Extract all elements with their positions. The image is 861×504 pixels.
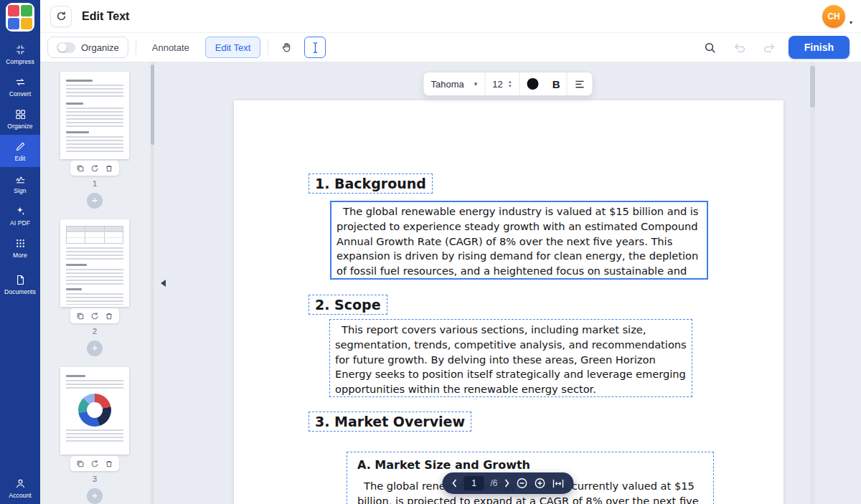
more-grid-icon xyxy=(14,237,27,249)
doc-heading-background[interactable]: 1. Background xyxy=(309,173,433,194)
edit-icon xyxy=(14,141,27,153)
collapse-panel-arrow[interactable] xyxy=(161,280,166,287)
page-thumbnail[interactable] xyxy=(60,367,129,455)
add-page-button[interactable]: + xyxy=(87,341,103,356)
pdf-editor-app: Compress Convert Organize Edit Sign AI P… xyxy=(0,0,861,504)
organize-toggle-button[interactable]: Organize xyxy=(47,37,128,58)
duplicate-page-icon[interactable] xyxy=(76,312,85,320)
ai-sparkle-icon xyxy=(14,205,27,217)
logo-cell xyxy=(8,18,19,29)
thumbnail-panel: 1 + xyxy=(40,62,155,504)
avatar[interactable]: CH xyxy=(822,5,845,28)
workspace: 1 + xyxy=(40,62,861,504)
sidebar-nav: Compress Convert Organize Edit Sign AI P… xyxy=(0,38,40,300)
align-button[interactable] xyxy=(568,72,593,95)
thumbnail-card-2: 2 + xyxy=(60,219,129,356)
finish-button[interactable]: Finish xyxy=(789,36,850,59)
thumb-preview-heading xyxy=(66,264,87,266)
thumbnail-actions xyxy=(70,161,119,176)
sign-icon xyxy=(14,173,27,185)
current-page-input[interactable]: 1 xyxy=(464,476,484,490)
hand-tool-button[interactable] xyxy=(276,37,297,58)
organize-label: Organize xyxy=(81,42,119,53)
account-icon xyxy=(14,477,27,490)
page-navigation: 1 /6 xyxy=(442,472,573,494)
align-text-icon xyxy=(575,80,585,89)
duplicate-page-icon[interactable] xyxy=(76,164,85,173)
redo-button[interactable] xyxy=(759,37,779,57)
logo-cell xyxy=(21,18,32,29)
sidebar-item-sign[interactable]: Sign xyxy=(0,167,40,199)
delete-page-icon[interactable] xyxy=(105,460,113,468)
thumb-preview-lines xyxy=(66,429,123,442)
thumb-preview-lines xyxy=(66,293,123,305)
rotate-page-icon[interactable] xyxy=(90,312,99,320)
delete-page-icon[interactable] xyxy=(105,312,113,320)
zoom-out-icon[interactable] xyxy=(517,477,528,489)
thumb-preview-chart xyxy=(78,394,111,427)
text-cursor-icon xyxy=(311,42,320,54)
page-thumbnail[interactable] xyxy=(60,219,129,307)
doc-heading-scope[interactable]: 2. Scope xyxy=(309,295,387,315)
color-swatch-icon xyxy=(527,78,539,90)
edit-text-tab[interactable]: Edit Text xyxy=(205,37,261,58)
sidebar-item-edit[interactable]: Edit xyxy=(0,135,40,167)
undo-button[interactable] xyxy=(730,37,750,57)
page-thumbnail[interactable] xyxy=(60,72,129,159)
fit-width-icon[interactable] xyxy=(552,479,565,488)
zoom-in-icon[interactable] xyxy=(535,477,546,489)
divider xyxy=(268,39,268,55)
account-menu[interactable]: CH ▾ xyxy=(822,5,845,28)
toggle-switch[interactable] xyxy=(57,42,75,53)
doc-heading-market-overview[interactable]: 3. Market Overview xyxy=(309,412,471,432)
restart-button[interactable] xyxy=(50,6,72,27)
convert-icon xyxy=(14,76,27,88)
thumb-preview-heading xyxy=(66,375,85,377)
bold-button[interactable]: B xyxy=(546,78,567,90)
rotate-page-icon[interactable] xyxy=(90,164,99,173)
logo-cell xyxy=(8,5,19,16)
canvas-scrollbar[interactable] xyxy=(810,66,815,108)
font-size-value: 12 xyxy=(492,79,502,90)
document-page[interactable]: 1. Background The global renewable energ… xyxy=(234,100,784,504)
add-page-button[interactable]: + xyxy=(87,193,103,209)
search-icon xyxy=(704,42,716,54)
sidebar-item-ai-pdf[interactable]: AI PDF xyxy=(0,199,40,232)
annotate-tab[interactable]: Annotate xyxy=(144,37,198,58)
font-size-control[interactable]: 12 ▲▼ xyxy=(485,72,519,95)
sidebar-item-label: Convert xyxy=(9,90,31,98)
thumb-preview-lines xyxy=(66,247,123,260)
duplicate-page-icon[interactable] xyxy=(76,460,85,468)
delete-page-icon[interactable] xyxy=(105,164,113,173)
next-page-icon[interactable] xyxy=(504,479,510,488)
rotate-page-icon[interactable] xyxy=(90,460,99,468)
thumbnail-scrollbar[interactable] xyxy=(151,65,154,145)
doc-paragraph-selected[interactable]: The global renewable energy industry is … xyxy=(330,201,708,280)
redo-icon xyxy=(763,42,776,53)
sidebar-item-organize[interactable]: Organize xyxy=(0,103,40,135)
font-size-stepper[interactable]: ▲▼ xyxy=(508,80,512,88)
sidebar-item-convert[interactable]: Convert xyxy=(0,70,40,103)
app-logo[interactable] xyxy=(6,3,34,32)
sidebar-item-compress[interactable]: Compress xyxy=(0,38,40,70)
doc-paragraph-scope[interactable]: This report covers various sections, inc… xyxy=(329,319,692,397)
sidebar-item-account[interactable]: Account xyxy=(0,477,40,499)
doc-subheading-market-size[interactable]: A. Market Size and Growth xyxy=(357,458,706,472)
divider xyxy=(136,39,136,55)
search-button[interactable] xyxy=(700,37,720,57)
donut-hole xyxy=(87,402,103,418)
text-color-button[interactable] xyxy=(520,72,546,95)
sidebar-item-documents[interactable]: Documents xyxy=(0,268,40,300)
sidebar-item-label: Edit xyxy=(14,155,25,162)
restart-icon xyxy=(56,11,67,22)
editor-toolbar: Organize Annotate Edit Text Finish xyxy=(40,33,861,62)
add-page-button[interactable]: + xyxy=(87,488,103,504)
previous-page-icon[interactable] xyxy=(451,479,457,488)
thumb-preview-lines xyxy=(66,85,123,99)
thumb-preview-lines xyxy=(66,108,123,128)
thumb-preview-lines xyxy=(66,136,123,153)
sidebar-item-more[interactable]: More xyxy=(0,232,40,264)
text-cursor-tool-button[interactable] xyxy=(304,37,326,58)
stepper-down-icon[interactable]: ▼ xyxy=(508,84,512,88)
font-family-select[interactable]: Tahoma ▾ xyxy=(423,72,484,95)
